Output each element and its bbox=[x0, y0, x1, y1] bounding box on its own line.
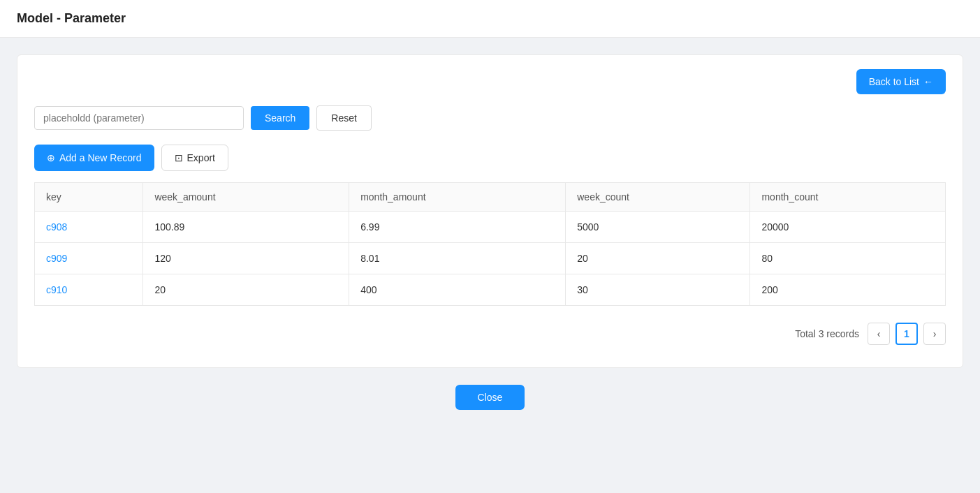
col-header-key: key bbox=[35, 183, 143, 212]
cell-month_amount: 6.99 bbox=[349, 212, 566, 243]
add-label: Add a New Record bbox=[59, 152, 142, 163]
cell-week_amount: 100.89 bbox=[143, 212, 349, 243]
cell-key: c910 bbox=[35, 274, 143, 306]
close-button[interactable]: Close bbox=[455, 385, 525, 410]
search-button[interactable]: Search bbox=[251, 106, 309, 130]
col-header-month-count: month_count bbox=[750, 183, 946, 212]
cell-week_count: 20 bbox=[566, 243, 750, 274]
back-arrow-icon: ← bbox=[923, 76, 933, 87]
prev-page-button[interactable]: ‹ bbox=[868, 323, 890, 345]
cell-week_amount: 120 bbox=[143, 243, 349, 274]
col-header-week-count: week_count bbox=[566, 183, 750, 212]
cell-week_amount: 20 bbox=[143, 274, 349, 306]
back-button-label: Back to List bbox=[869, 76, 919, 87]
table-header-row: key week_amount month_amount week_count … bbox=[35, 183, 946, 212]
cell-week_count: 5000 bbox=[566, 212, 750, 243]
col-header-month-amount: month_amount bbox=[349, 183, 566, 212]
page-title: Model - Parameter bbox=[0, 0, 980, 38]
export-label: Export bbox=[187, 152, 215, 163]
export-icon: ⊡ bbox=[175, 152, 183, 163]
next-page-button[interactable]: › bbox=[923, 323, 946, 345]
table-row: c9102040030200 bbox=[35, 274, 946, 306]
cell-month_amount: 400 bbox=[349, 274, 566, 306]
export-button[interactable]: ⊡ Export bbox=[161, 145, 228, 171]
cell-month_count: 200 bbox=[750, 274, 946, 306]
main-card: Back to List ← Search Reset ⊕ Add a New … bbox=[17, 54, 963, 368]
add-icon: ⊕ bbox=[47, 152, 55, 163]
data-table: key week_amount month_amount week_count … bbox=[34, 182, 946, 306]
key-link[interactable]: c910 bbox=[46, 284, 67, 295]
search-row: Search Reset bbox=[34, 105, 946, 131]
cell-month_amount: 8.01 bbox=[349, 243, 566, 274]
table-row: c908100.896.99500020000 bbox=[35, 212, 946, 243]
footer-row: Close bbox=[17, 385, 963, 410]
cell-month_count: 80 bbox=[750, 243, 946, 274]
cell-key: c909 bbox=[35, 243, 143, 274]
cell-key: c908 bbox=[35, 212, 143, 243]
pagination-row: Total 3 records ‹ 1 › bbox=[34, 317, 946, 351]
col-header-week-amount: week_amount bbox=[143, 183, 349, 212]
add-new-record-button[interactable]: ⊕ Add a New Record bbox=[34, 145, 154, 171]
cell-week_count: 30 bbox=[566, 274, 750, 306]
action-row: ⊕ Add a New Record ⊡ Export bbox=[34, 145, 946, 171]
cell-month_count: 20000 bbox=[750, 212, 946, 243]
search-input[interactable] bbox=[34, 106, 244, 130]
current-page-indicator: 1 bbox=[895, 323, 918, 345]
reset-button[interactable]: Reset bbox=[316, 105, 372, 131]
total-records-text: Total 3 records bbox=[795, 328, 859, 339]
table-row: c9091208.012080 bbox=[35, 243, 946, 274]
back-to-list-button[interactable]: Back to List ← bbox=[856, 69, 946, 94]
key-link[interactable]: c909 bbox=[46, 253, 67, 264]
key-link[interactable]: c908 bbox=[46, 221, 67, 233]
